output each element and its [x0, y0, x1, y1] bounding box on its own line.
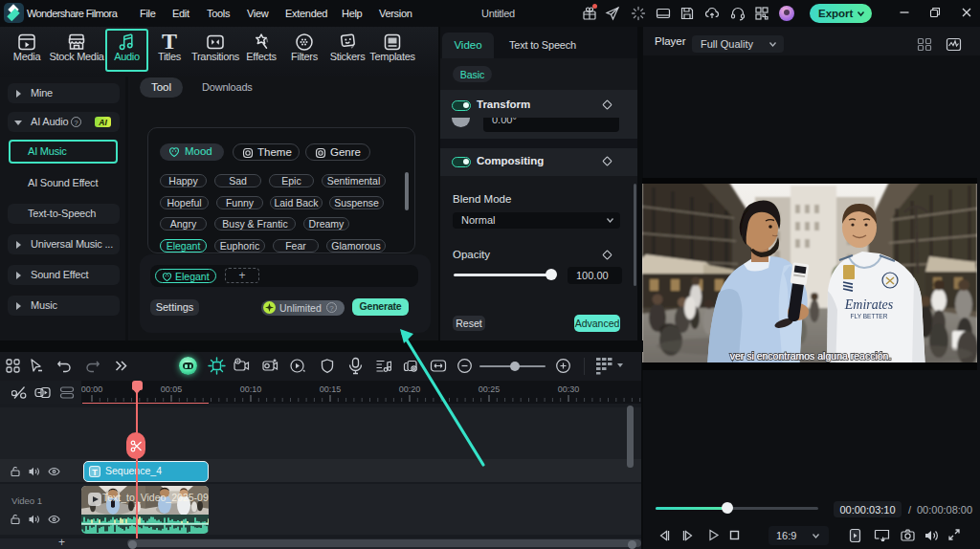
svg-text:ver si encontramos alguna reac: ver si encontramos alguna reacción.: [730, 350, 892, 362]
svg-text:FLY BETTER: FLY BETTER: [851, 313, 888, 319]
svg-text:00:05: 00:05: [161, 384, 183, 394]
svg-text:Emirates: Emirates: [844, 297, 894, 312]
svg-text:00:10: 00:10: [240, 384, 262, 394]
svg-text:00:30: 00:30: [558, 384, 580, 394]
svg-text:00:00: 00:00: [81, 384, 102, 394]
svg-text:00:15: 00:15: [320, 384, 342, 394]
